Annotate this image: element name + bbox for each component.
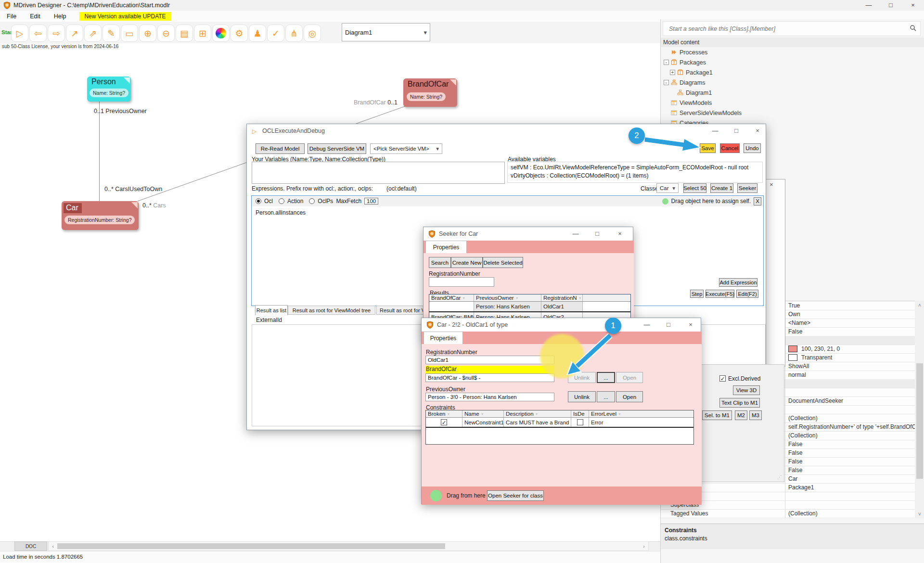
cell[interactable]: OldCar1 xyxy=(541,302,583,311)
property-value[interactable] xyxy=(785,388,915,397)
excl-derived-checkbox[interactable]: ✓ xyxy=(719,375,726,382)
add-expression-button[interactable]: Add Expression xyxy=(719,278,757,287)
property-grid-scrollbar[interactable]: ˄ ˅ xyxy=(915,301,924,518)
class-person[interactable]: Person Name: String? xyxy=(87,77,131,102)
delete-selected-button[interactable]: Delete Selected xyxy=(483,257,523,268)
doc-tab[interactable]: DOC xyxy=(14,541,47,551)
filter-funnel-icon[interactable]: ▼ xyxy=(535,412,539,416)
reread-model-button[interactable]: Re-Read Model xyxy=(256,143,305,154)
property-value[interactable]: Transparent xyxy=(785,353,915,362)
maximize-button[interactable]: □ xyxy=(880,0,902,11)
sidebar-item-package1[interactable]: +Package1 xyxy=(661,67,924,77)
execute-button[interactable]: Execute(F5) xyxy=(706,290,734,298)
debug-serverside-vm-button[interactable]: Debug ServerSide VM xyxy=(308,143,366,154)
column-description[interactable]: Description▼ xyxy=(504,410,571,417)
cell[interactable]: Person: Hans Karlsen xyxy=(474,302,541,311)
maximize-button[interactable]: □ xyxy=(729,126,744,136)
update-banner[interactable]: New Version available UPDATE xyxy=(79,12,170,21)
name-cell[interactable]: NewConstraint1 xyxy=(462,418,504,427)
registrationnumber-input[interactable] xyxy=(429,277,494,287)
back-arrow-icon[interactable]: ⇦ xyxy=(29,25,47,42)
scrollbar-thumb[interactable] xyxy=(57,543,445,549)
brand-open-button[interactable]: Open xyxy=(616,372,643,383)
your-variables-input[interactable] xyxy=(252,162,505,184)
property-value[interactable]: False xyxy=(785,440,915,448)
close-button[interactable]: × xyxy=(612,229,628,239)
property-value[interactable]: Package1 xyxy=(785,483,915,492)
column-name[interactable]: Name▼ xyxy=(462,410,504,417)
save-button[interactable]: Save xyxy=(700,143,716,153)
canvas-horizontal-scrollbar[interactable]: ‹ › xyxy=(48,541,649,551)
brand-picker-button[interactable]: ... xyxy=(597,372,615,383)
menu-help[interactable]: Help xyxy=(47,13,73,20)
property-value[interactable]: Own xyxy=(785,310,915,319)
sidebar-item-diagrams[interactable]: -Diagrams xyxy=(661,77,924,88)
property-value[interactable]: 100, 230, 21, 0 xyxy=(785,345,915,353)
property-value[interactable]: True xyxy=(785,301,915,310)
create-new-button[interactable]: Create New xyxy=(451,257,483,268)
minimize-button[interactable]: — xyxy=(707,126,723,136)
sidebar-item-packages[interactable]: -Packages xyxy=(661,57,924,67)
forward-arrow-icon[interactable]: ⇨ xyxy=(48,25,65,42)
undo-button[interactable]: Undo xyxy=(744,143,761,153)
filter-funnel-icon[interactable]: ▼ xyxy=(515,296,519,300)
isdefault-cell[interactable] xyxy=(571,418,589,427)
m3-button[interactable]: M3 xyxy=(749,410,762,420)
property-value[interactable]: False xyxy=(785,327,915,336)
zoom-out-icon[interactable]: ⊖ xyxy=(157,25,175,42)
close-icon[interactable]: × xyxy=(770,181,773,188)
generalization-arrow-icon[interactable]: ⇗ xyxy=(84,25,102,42)
scroll-down-icon[interactable]: ˅ xyxy=(915,511,924,517)
color-swatch[interactable] xyxy=(788,354,797,361)
viewmodel-window-icon[interactable]: ▤ xyxy=(176,25,193,42)
class-selector-dropdown[interactable]: Car ▾ xyxy=(656,183,679,193)
expression-row[interactable]: Person.allinstances xyxy=(252,206,763,216)
minimize-button[interactable]: — xyxy=(639,320,654,330)
registrationnumber-input[interactable] xyxy=(425,356,554,364)
class-person-attribute[interactable]: Name: String? xyxy=(90,89,128,97)
association-arrow-icon[interactable]: ↗ xyxy=(66,25,83,42)
sel-to-m1-button[interactable]: Sel. to M1 xyxy=(702,410,732,420)
tab-properties[interactable]: Properties xyxy=(425,241,467,254)
ocl-radio[interactable] xyxy=(256,198,261,204)
property-value[interactable] xyxy=(785,336,915,345)
filter-funnel-icon[interactable]: ▼ xyxy=(578,296,582,300)
color-swatch[interactable] xyxy=(788,345,797,352)
sidebar-item-diagram1[interactable]: Diagram1 xyxy=(661,88,924,98)
maximize-button[interactable]: □ xyxy=(590,229,605,239)
tab-properties[interactable]: Properties xyxy=(424,332,463,345)
search-input[interactable] xyxy=(667,25,910,33)
view-3d-button[interactable]: View 3D xyxy=(733,385,760,395)
property-row[interactable]: Tagged Values(Collection) xyxy=(661,509,915,518)
resize-grip[interactable]: ⋰ xyxy=(777,474,782,480)
property-value[interactable]: False xyxy=(785,466,915,474)
pick-serverside-vm-dropdown[interactable]: <Pick ServerSide VM> ▾ xyxy=(370,143,442,154)
ocl-titlebar[interactable]: ▷ OCLExecuteAndDebug — □ × xyxy=(247,124,766,138)
zoom-in-icon[interactable]: ⊕ xyxy=(139,25,156,42)
main-titlebar[interactable]: MDriven Designer - C:\temp\MDrivenEducat… xyxy=(0,0,924,11)
isdefault-checkbox[interactable] xyxy=(577,419,583,425)
tab-result-as-list[interactable]: Result as list xyxy=(255,305,288,315)
access-groups-icon[interactable]: ♟ xyxy=(249,25,266,42)
m2-button[interactable]: M2 xyxy=(735,410,747,420)
column-previousowner[interactable]: PreviousOwner▼ xyxy=(474,294,541,301)
debugger-target-icon[interactable]: ◎ xyxy=(304,25,321,42)
collapse-icon[interactable]: - xyxy=(664,60,669,65)
property-value[interactable] xyxy=(785,500,915,509)
column-broken[interactable]: Broken▼ xyxy=(426,410,462,417)
create-1-button[interactable]: Create 1 xyxy=(710,183,733,193)
model-search-box[interactable] xyxy=(663,21,921,36)
diagram-selector[interactable]: Diagram1 ▾ xyxy=(342,23,430,41)
menu-edit[interactable]: Edit xyxy=(23,13,47,20)
sidebar-item-serversideviewmodels[interactable]: 01ServerSideViewModels xyxy=(661,108,924,118)
seeker-button[interactable]: Seeker xyxy=(737,183,757,193)
color-wheel-icon[interactable] xyxy=(212,25,230,42)
close-button[interactable]: × xyxy=(683,320,698,330)
broken-cell[interactable]: ✓ xyxy=(426,418,462,427)
property-value[interactable]: False xyxy=(785,457,915,466)
sidebar-item-processes[interactable]: Processes xyxy=(661,47,924,57)
connector-nodes-icon[interactable]: ⋔ xyxy=(285,25,303,42)
filter-funnel-icon[interactable]: ▼ xyxy=(481,412,484,416)
search-icon[interactable] xyxy=(910,25,916,33)
text-clip-to-m1-button[interactable]: Text Clip to M1 xyxy=(719,398,760,408)
